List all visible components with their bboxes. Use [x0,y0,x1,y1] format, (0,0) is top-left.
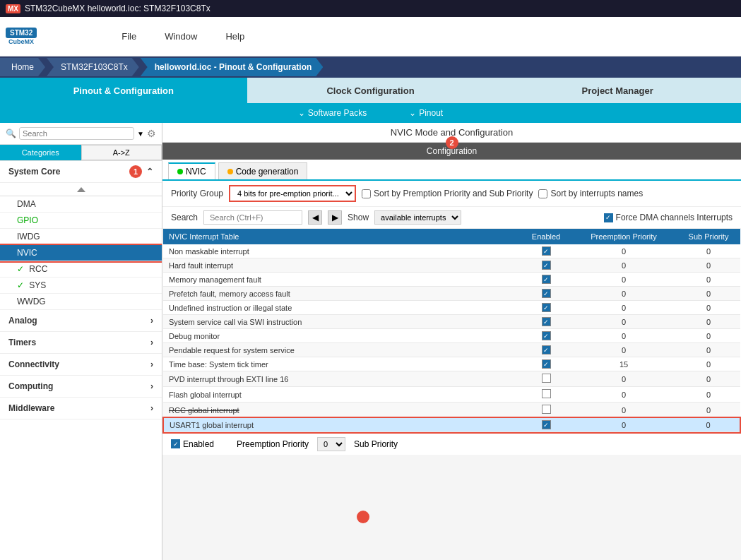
row-enabled[interactable] [521,387,571,403]
sidebar-category-connectivity[interactable]: Connectivity › [0,354,162,376]
row-enabled[interactable]: ✓ [521,357,571,371]
sidebar-item-sys[interactable]: ✓ SYS [0,278,162,294]
menu-window[interactable]: Window [165,31,197,42]
breadcrumb-home[interactable]: Home [0,58,45,76]
sidebar-category-analog[interactable]: Analog › [0,310,162,332]
bottom-bar: ✓ Enabled Preemption Priority 0 Sub Prio… [162,432,741,455]
tab-clock-config[interactable]: Clock Configuration [247,78,494,103]
table-row[interactable]: Undefined instruction or illegal state ✓… [163,301,740,315]
table-row[interactable]: System service call via SWI instruction … [163,315,740,329]
row-enabled[interactable]: ✓ [521,315,571,329]
table-row[interactable]: Prefetch fault, memory access fault ✓ 0 … [163,287,740,301]
sub-tab-pinout-label: Pinout [419,108,443,118]
sidebar-item-iwdg[interactable]: IWDG [0,229,162,245]
sort-names-checkbox[interactable] [538,189,547,198]
table-row[interactable]: PVD interrupt through EXTI line 16 0 0 [163,371,740,387]
show-select[interactable]: available interrupts [374,210,461,225]
sidebar-category-timers[interactable]: Timers › [0,332,162,354]
row-name: Undefined instruction or illegal state [163,301,521,315]
table-row[interactable]: Time base: System tick timer ✓ 15 0 [163,357,740,371]
sidebar-item-dma[interactable]: DMA [0,196,162,213]
table-row[interactable]: Pendable request for system service ✓ 0 … [163,343,740,357]
interrupt-table: NVIC Interrupt Table Enabled Preemption … [162,229,741,432]
sort-names-checkbox-label: Sort by interrupts names [538,189,643,198]
breadcrumb-current[interactable]: helloworld.ioc - Pinout & Configuration [141,58,324,76]
table-row[interactable]: RCC global interrupt 0 0 [163,403,740,418]
tab-project-manager[interactable]: Project Manager [494,78,741,103]
row-name: Memory management fault [163,273,521,287]
menu-help[interactable]: Help [225,31,244,42]
right-panel: NVIC Mode and Configuration 2 Configurat… [162,123,741,560]
row-enabled[interactable]: ✓ [521,329,571,343]
nvic-tab-label: NVIC [186,167,206,177]
search-input[interactable] [19,127,134,140]
config-tab-nvic[interactable]: NVIC [168,162,215,179]
chevron-down-icon: ⌄ [298,108,305,118]
sidebar-tab-categories[interactable]: Categories [0,145,81,160]
row-preemption: 0 [571,273,677,287]
analog-label: Analog [8,316,37,326]
row-enabled[interactable]: ✓ [521,258,571,273]
code-gen-tab-label: Code generation [236,167,299,177]
table-row[interactable]: Hard fault interrupt ✓ 0 0 [163,258,740,273]
timers-label: Timers [8,338,36,347]
row-preemption: 15 [571,357,677,371]
logo-stm32: STM32 [6,28,37,38]
nav-prev-btn[interactable]: ◀ [308,210,322,225]
row-sub: 0 [677,273,740,287]
row-enabled[interactable]: ✓ [521,301,571,315]
main-content: 🔍 ▼ ⚙ Categories A->Z System Core ⌃ 1 DM… [0,123,741,560]
sort-names-label: Sort by interrupts names [550,189,643,198]
nav-next-btn[interactable]: ▶ [328,210,342,225]
breadcrumb-chip[interactable]: STM32F103C8Tx [47,58,139,76]
sub-tab-pinout[interactable]: ⌄ Pinout [409,108,443,118]
bottom-preemption-select[interactable]: 0 [317,437,345,451]
row-enabled[interactable] [521,371,571,387]
sidebar-tab-az[interactable]: A->Z [81,145,162,160]
sort-preemption-label: Sort by Premption Priority and Sub Prior… [374,189,533,198]
chevron-right-icon: › [150,316,153,326]
table-row[interactable]: Debug monitor ✓ 0 0 [163,329,740,343]
row-name: Non maskable interrupt [163,244,521,258]
tab-pinout-config[interactable]: Pinout & Configuration [0,78,247,103]
sidebar-category-system-core[interactable]: System Core ⌃ 1 [0,161,162,183]
row-enabled[interactable]: ✓ [521,343,571,357]
green-dot-icon [177,169,183,174]
row-enabled[interactable]: ✓ [521,273,571,287]
force-dma-text: Force DMA channels Interrupts [616,213,733,222]
sidebar: 🔍 ▼ ⚙ Categories A->Z System Core ⌃ 1 DM… [0,123,162,560]
menu-file[interactable]: File [121,31,136,42]
search-row: Search ◀ ▶ Show available interrupts ✓ F… [162,207,741,229]
table-row[interactable]: Non maskable interrupt ✓ 0 0 [163,244,740,258]
row-enabled[interactable]: ✓ [521,418,571,432]
dropdown-arrow-icon: ▼ [137,130,144,138]
sidebar-item-rcc[interactable]: ✓ RCC [0,261,162,278]
config-tabs: NVIC Code generation [162,160,741,181]
iwdg-label: IWDG [17,232,40,242]
sub-tab-software-packs[interactable]: ⌄ Software Packs [298,108,367,118]
sidebar-item-wwdg[interactable]: WWDG [0,294,162,310]
row-enabled[interactable]: ✓ [521,287,571,301]
row-sub: 0 [677,287,740,301]
table-row[interactable]: Flash global interrupt 0 0 [163,387,740,403]
row-preemption: 0 [571,371,677,387]
table-row[interactable]: Memory management fault ✓ 0 0 [163,273,740,287]
row-enabled[interactable]: ✓ [521,244,571,258]
sidebar-category-middleware[interactable]: Middleware › [0,398,162,419]
sidebar-category-computing[interactable]: Computing › [0,376,162,398]
sort-preemption-checkbox[interactable] [362,189,371,198]
table-header-enabled: Enabled [521,229,571,244]
priority-group-select[interactable]: 4 bits for pre-emption priorit... [229,185,356,202]
check-icon-sys: ✓ [17,280,24,290]
row-enabled[interactable] [521,403,571,418]
gear-icon[interactable]: ⚙ [147,128,156,139]
config-tab-code-gen[interactable]: Code generation [218,162,308,179]
bottom-enabled-icon: ✓ [171,439,180,448]
table-row[interactable]: USART1 global interrupt ✓ 0 0 [163,418,740,432]
search-field[interactable] [203,210,302,225]
row-preemption: 0 [571,244,677,258]
sidebar-item-nvic[interactable]: NVIC [0,245,162,261]
sidebar-item-gpio[interactable]: GPIO [0,213,162,229]
bottom-preemption-label: Preemption Priority [237,439,309,449]
row-preemption: 0 [571,343,677,357]
